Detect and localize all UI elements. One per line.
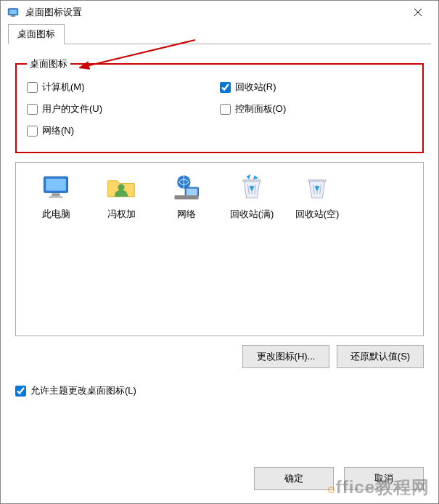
preview-item-thispc[interactable]: 此电脑 <box>23 171 89 221</box>
checkbox-userfiles-input[interactable] <box>27 104 38 115</box>
icon-button-row: 更改图标(H)... 还原默认值(S) <box>15 345 424 368</box>
dialog-footer: 确定 取消 Office教程网 <box>1 457 438 503</box>
dialog-window: 桌面图标设置 桌面图标 桌面图标 计算机(M) <box>0 0 439 504</box>
preview-item-label: 冯权加 <box>107 208 136 221</box>
checkbox-allow-theme-input[interactable] <box>15 386 26 397</box>
checkbox-network-input[interactable] <box>27 126 38 137</box>
checkbox-controlpanel-label: 控制面板(O) <box>235 102 287 115</box>
preview-item-label: 回收站(满) <box>230 208 274 221</box>
svg-rect-8 <box>52 193 60 196</box>
thispc-icon <box>38 171 73 203</box>
svg-rect-15 <box>242 179 261 182</box>
recycleempty-icon <box>300 171 335 203</box>
preview-item-label: 回收站(空) <box>295 208 340 221</box>
svg-rect-16 <box>308 179 327 182</box>
checkbox-allow-theme-label: 允许主题更改桌面图标(L) <box>30 384 136 397</box>
checkbox-computer-input[interactable] <box>27 82 38 93</box>
checkbox-recyclebin-label: 回收站(R) <box>235 81 276 94</box>
tab-bar: 桌面图标 <box>1 24 438 44</box>
svg-rect-14 <box>175 195 199 200</box>
checkbox-recyclebin-input[interactable] <box>220 82 231 93</box>
svg-rect-1 <box>9 9 17 14</box>
content-area: 桌面图标 计算机(M) 回收站(R) 用户的文件(U) 控制面板 <box>1 44 438 457</box>
group-legend: 桌面图标 <box>27 57 70 70</box>
cancel-button[interactable]: 取消 <box>344 467 424 490</box>
checkbox-recyclebin[interactable]: 回收站(R) <box>220 76 413 98</box>
svg-rect-7 <box>46 179 66 191</box>
preview-item-network[interactable]: 网络 <box>154 171 219 221</box>
preview-item-recycleempty[interactable]: 回收站(空) <box>284 171 350 221</box>
window-title: 桌面图标设置 <box>25 6 403 19</box>
preview-item-label: 此电脑 <box>42 208 70 221</box>
icon-preview-pane: 此电脑 冯权加 <box>15 162 424 336</box>
network-icon <box>169 171 204 203</box>
close-icon <box>414 8 422 17</box>
checkbox-controlpanel-input[interactable] <box>220 104 231 115</box>
checkbox-computer-label: 计算机(M) <box>42 81 85 94</box>
svg-point-10 <box>118 184 124 190</box>
recyclefull-icon <box>234 171 269 203</box>
checkbox-userfiles-label: 用户的文件(U) <box>42 102 102 115</box>
app-icon <box>7 6 20 19</box>
checkbox-network[interactable]: 网络(N) <box>27 120 220 142</box>
titlebar: 桌面图标设置 <box>1 1 438 24</box>
preview-item-userfolder[interactable]: 冯权加 <box>89 171 154 221</box>
checkbox-computer[interactable]: 计算机(M) <box>27 76 220 98</box>
restore-default-button[interactable]: 还原默认值(S) <box>337 345 424 368</box>
svg-rect-2 <box>11 15 15 17</box>
preview-item-label: 网络 <box>177 208 196 221</box>
preview-item-recyclefull[interactable]: 回收站(满) <box>219 171 284 221</box>
checkbox-userfiles[interactable]: 用户的文件(U) <box>27 98 220 120</box>
ok-button[interactable]: 确定 <box>254 467 334 490</box>
desktop-icons-group: 桌面图标 计算机(M) 回收站(R) 用户的文件(U) 控制面板 <box>15 57 424 153</box>
close-button[interactable] <box>403 2 432 23</box>
change-icon-button[interactable]: 更改图标(H)... <box>242 345 329 368</box>
userfolder-icon <box>104 171 139 203</box>
svg-rect-9 <box>49 196 62 198</box>
tab-desktop-icons[interactable]: 桌面图标 <box>8 24 65 44</box>
checkbox-network-label: 网络(N) <box>42 124 74 137</box>
svg-rect-13 <box>186 189 197 195</box>
checkbox-controlpanel[interactable]: 控制面板(O) <box>220 98 413 120</box>
checkbox-allow-theme[interactable]: 允许主题更改桌面图标(L) <box>15 384 424 397</box>
